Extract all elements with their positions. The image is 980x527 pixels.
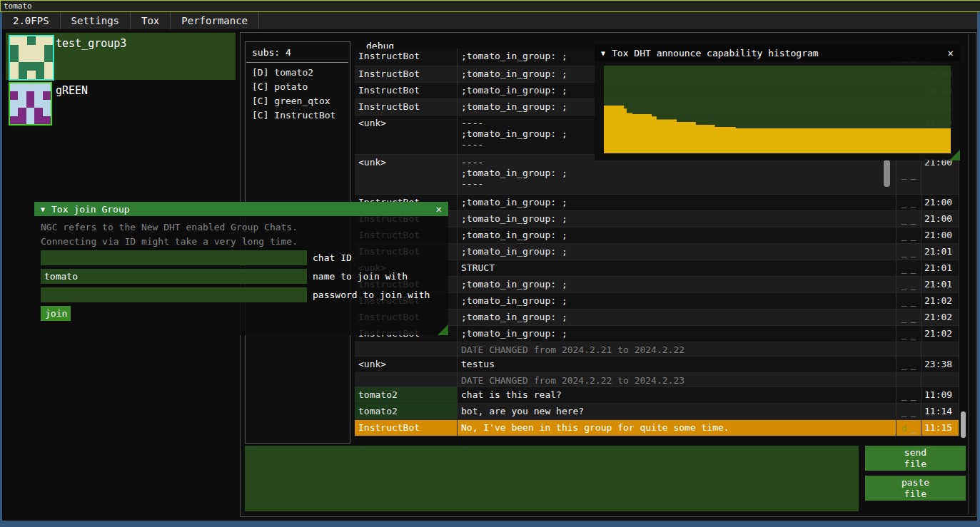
- members-separator: [246, 62, 348, 63]
- message-flags: __: [896, 404, 921, 419]
- message-text: ;tomato_in_group: ;: [458, 293, 896, 309]
- dht-histogram-window[interactable]: ▼ Tox DHT announce capability histogram …: [595, 44, 960, 160]
- message-row[interactable]: <unk>testus__23:38: [355, 357, 959, 373]
- close-icon[interactable]: ✕: [948, 47, 954, 58]
- join-group-titlebar[interactable]: ▼ Tox join Group ✕: [34, 202, 448, 216]
- avatar-pixel: [26, 116, 34, 124]
- avatar-pixel: [10, 100, 18, 108]
- avatar-pixel: [44, 45, 53, 53]
- window-title: tomato: [4, 1, 32, 11]
- message-flag: _: [901, 329, 907, 339]
- member-item[interactable]: [C] InstructBot: [252, 108, 335, 123]
- message-row[interactable]: tomato2bot, are you new here?__11:14: [355, 404, 959, 420]
- message-text: bot, are you new here?: [458, 404, 896, 419]
- message-input[interactable]: [245, 446, 859, 511]
- date-divider-row[interactable]: DATE CHANGED from 2024.2.22 to 2024.2.23: [355, 373, 959, 387]
- group-avatar-icon: [9, 82, 52, 126]
- message-time: 23:38: [921, 357, 959, 372]
- avatar-pixel: [18, 83, 26, 91]
- avatar-pixel: [43, 116, 51, 124]
- message-time: 21:00: [921, 227, 959, 243]
- message-time: [921, 373, 959, 387]
- member-item[interactable]: [C] green_qtox: [252, 94, 335, 108]
- window-titlebar[interactable]: tomato: [0, 0, 980, 12]
- message-text: chat is this real?: [458, 387, 896, 403]
- avatar-pixel: [19, 71, 27, 79]
- message-row[interactable]: InstructBotNo, I've been in this group f…: [355, 420, 959, 436]
- join-group-dialog[interactable]: ▼ Tox join Group ✕ NGC refers to the New…: [34, 202, 448, 335]
- dht-histogram-plot: [604, 66, 951, 153]
- message-text: No, I've been in this group for quite so…: [458, 420, 896, 436]
- message-cell-scrollbar[interactable]: [884, 160, 890, 187]
- avatar-pixel: [27, 71, 36, 79]
- message-flags: __: [896, 155, 921, 194]
- avatar-pixel: [10, 53, 19, 62]
- join-button[interactable]: join: [41, 306, 71, 321]
- member-item[interactable]: [D] tomato2: [252, 66, 335, 80]
- member-item[interactable]: [C] potato: [252, 80, 335, 94]
- menu-item-2-0fps[interactable]: 2.0FPS: [2, 12, 61, 29]
- chat-scrollbar[interactable]: [961, 411, 966, 438]
- date-divider-row[interactable]: DATE CHANGED from 2024.2.21 to 2024.2.22: [355, 342, 959, 357]
- message-time: 11:09: [921, 387, 959, 403]
- message-flags: __: [896, 357, 921, 372]
- sidebar-group-gREEN[interactable]: gREEN: [6, 80, 236, 123]
- avatar-pixel: [36, 36, 44, 45]
- menu-item-tox[interactable]: Tox: [131, 12, 171, 29]
- chat-id-field[interactable]: [41, 250, 307, 265]
- message-time: 21:00: [921, 211, 959, 227]
- avatar-pixel: [27, 45, 36, 53]
- resize-grip[interactable]: [438, 324, 448, 335]
- message-text: ;tomato_in_group: ;: [458, 244, 896, 260]
- paste-file-button[interactable]: paste file: [865, 476, 966, 501]
- join-password-label: password to join with: [313, 290, 430, 300]
- message-flags: __: [896, 293, 921, 309]
- dht-histogram-titlebar[interactable]: ▼ Tox DHT announce capability histogram …: [595, 44, 960, 61]
- collapse-icon[interactable]: ▼: [601, 49, 605, 57]
- resize-grip[interactable]: [949, 150, 960, 160]
- panel-divider: [968, 34, 969, 514]
- message-flag: _: [901, 214, 907, 225]
- message-row[interactable]: tomato2chat is this real?__11:09: [355, 387, 959, 404]
- avatar-pixel: [36, 62, 44, 71]
- message-flags: [896, 373, 921, 387]
- avatar-pixel: [43, 100, 51, 108]
- message-sender: <unk>: [355, 155, 458, 194]
- sidebar-group-test_group3[interactable]: test_group3: [6, 33, 236, 80]
- members-header: subs: 4: [252, 47, 291, 58]
- message-text: ;tomato_in_group: ;: [458, 309, 896, 325]
- join-password-field[interactable]: [41, 287, 307, 302]
- members-list: [D] tomato2[C] potato[C] green_qtox[C] I…: [252, 66, 335, 123]
- message-time: 21:01: [921, 244, 959, 260]
- message-flag: d: [901, 423, 907, 434]
- avatar-pixel: [19, 36, 27, 45]
- avatar-pixel: [34, 108, 42, 116]
- avatar-pixel: [10, 83, 18, 91]
- message-time: 21:01: [921, 277, 959, 292]
- menu-item-settings[interactable]: Settings: [61, 12, 131, 29]
- message-sender: <unk>: [355, 116, 458, 154]
- message-time: 11:14: [921, 404, 959, 419]
- avatar-pixel: [10, 62, 19, 71]
- message-flag: _: [911, 312, 916, 323]
- join-name-field[interactable]: [41, 269, 307, 284]
- dialog-description-line2: Connecting via ID might take a very long…: [41, 236, 298, 247]
- message-flag: _: [901, 198, 907, 208]
- message-flags: __: [896, 244, 921, 260]
- avatar-pixel: [10, 108, 18, 116]
- avatar-pixel: [43, 91, 51, 99]
- message-flag: _: [901, 312, 907, 323]
- message-row[interactable]: <unk>---- ;tomato_in_group: ; ----__21:0…: [355, 155, 959, 195]
- collapse-icon[interactable]: ▼: [41, 205, 45, 213]
- message-flag: _: [901, 280, 907, 290]
- close-icon[interactable]: ✕: [436, 203, 442, 215]
- menu-item-performance[interactable]: Performance: [171, 12, 259, 29]
- avatar-pixel: [44, 53, 53, 62]
- send-file-button[interactable]: send file: [865, 446, 966, 471]
- avatar-pixel: [34, 100, 42, 108]
- avatar-pixel: [34, 83, 42, 91]
- message-flags: __: [896, 195, 921, 210]
- avatar-pixel: [10, 45, 19, 53]
- avatar-pixel: [36, 53, 44, 62]
- message-flags: __: [896, 211, 921, 227]
